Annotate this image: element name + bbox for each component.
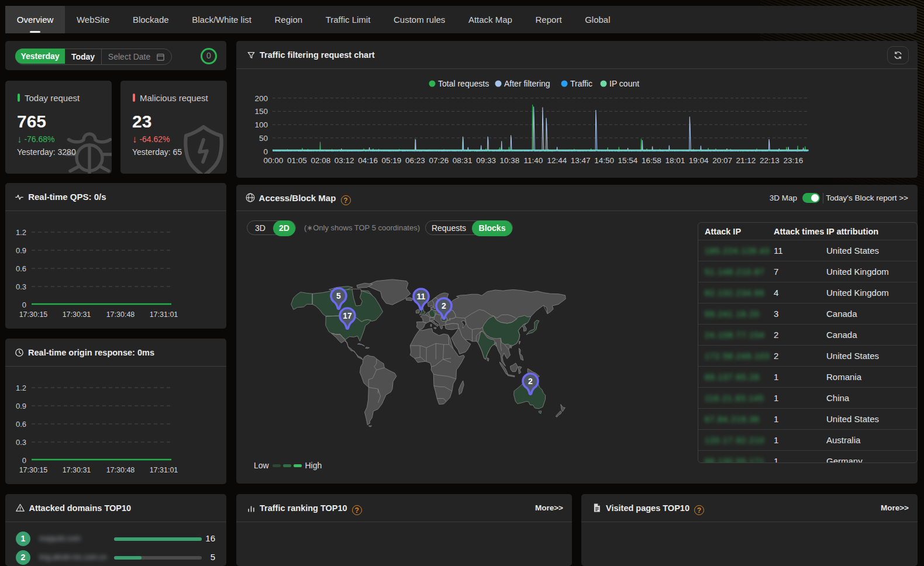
svg-text:17:30:15: 17:30:15: [19, 310, 48, 319]
svg-text:01:05: 01:05: [287, 156, 307, 165]
svg-text:17:31:01: 17:31:01: [150, 310, 178, 319]
svg-text:5: 5: [336, 291, 341, 301]
svg-text:17:30:48: 17:30:48: [106, 466, 135, 474]
svg-text:50: 50: [259, 134, 268, 143]
svg-text:1.2: 1.2: [16, 228, 26, 237]
svg-text:IP count: IP count: [609, 79, 639, 88]
svg-text:1.2: 1.2: [16, 384, 26, 392]
svg-text:16:58: 16:58: [642, 156, 661, 165]
svg-text:09:33: 09:33: [476, 156, 496, 165]
svg-text:17:30:15: 17:30:15: [19, 466, 48, 474]
svg-text:0: 0: [22, 301, 26, 309]
svg-text:17:30:31: 17:30:31: [63, 466, 91, 474]
svg-text:17: 17: [343, 311, 352, 320]
svg-text:2: 2: [442, 301, 446, 310]
svg-text:0.3: 0.3: [16, 438, 26, 447]
svg-text:17:30:48: 17:30:48: [106, 310, 135, 319]
svg-text:0.6: 0.6: [16, 420, 26, 429]
svg-text:23:16: 23:16: [783, 156, 803, 165]
svg-text:0.6: 0.6: [16, 264, 26, 273]
svg-text:2: 2: [528, 377, 533, 386]
svg-text:0.3: 0.3: [16, 282, 26, 291]
svg-text:14:50: 14:50: [594, 156, 614, 165]
svg-text:200: 200: [254, 94, 268, 103]
svg-text:18:01: 18:01: [665, 156, 685, 165]
svg-text:After filtering: After filtering: [504, 79, 550, 88]
svg-text:12:44: 12:44: [547, 156, 567, 165]
svg-text:21:12: 21:12: [736, 156, 756, 165]
svg-text:Traffic: Traffic: [570, 79, 592, 88]
svg-text:0.9: 0.9: [16, 402, 26, 410]
svg-text:Total requests: Total requests: [438, 79, 489, 88]
svg-text:17:30:31: 17:30:31: [63, 310, 91, 319]
svg-text:15:54: 15:54: [618, 156, 638, 165]
svg-text:03:12: 03:12: [335, 156, 354, 165]
svg-text:150: 150: [254, 107, 268, 116]
svg-text:22:13: 22:13: [760, 156, 780, 165]
svg-text:0.9: 0.9: [16, 246, 26, 255]
svg-text:0: 0: [263, 147, 268, 156]
svg-text:20:07: 20:07: [712, 156, 732, 165]
svg-text:06:23: 06:23: [405, 156, 425, 165]
svg-text:19:04: 19:04: [689, 156, 709, 165]
svg-text:100: 100: [254, 120, 268, 129]
svg-text:08:31: 08:31: [453, 156, 473, 165]
svg-text:17:31:01: 17:31:01: [150, 466, 178, 474]
svg-text:0: 0: [22, 456, 26, 465]
svg-text:00:00: 00:00: [264, 156, 284, 165]
svg-text:11: 11: [417, 292, 426, 301]
svg-text:13:47: 13:47: [571, 156, 591, 165]
svg-text:04:16: 04:16: [358, 156, 378, 165]
svg-text:10:38: 10:38: [500, 156, 520, 165]
svg-text:02:08: 02:08: [311, 156, 330, 165]
svg-text:07:26: 07:26: [429, 156, 449, 165]
svg-text:11:40: 11:40: [524, 156, 543, 165]
svg-text:05:19: 05:19: [382, 156, 402, 165]
